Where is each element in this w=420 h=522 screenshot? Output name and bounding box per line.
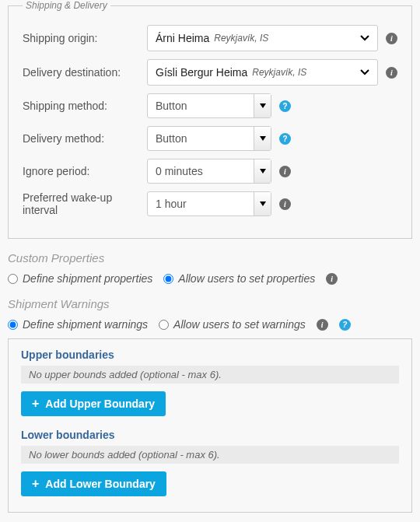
add-upper-boundary-button[interactable]: + Add Upper Boundary: [21, 391, 166, 416]
chevron-down-icon: [254, 94, 271, 117]
ignore-period-label: Ignore period:: [23, 165, 147, 177]
delivery-method-select[interactable]: Button: [147, 126, 271, 151]
shipping-method-label: Shipping method:: [23, 100, 147, 112]
shipment-warnings-title: Shipment Warnings: [8, 297, 412, 310]
delivery-method-row: Delivery method: Button ?: [23, 126, 397, 151]
wakeup-value: 1 hour: [156, 198, 187, 210]
ignore-period-value: 0 minutes: [156, 165, 203, 177]
destination-value-sub: Reykjavík, IS: [252, 67, 306, 78]
upper-boundaries-note: No upper bounds added (optional - max 6)…: [21, 366, 399, 384]
define-warnings-radio[interactable]: Define shipment warnings: [8, 318, 148, 331]
svg-marker-2: [260, 169, 266, 173]
define-properties-radio[interactable]: Define shipment properties: [8, 272, 152, 285]
info-icon[interactable]: i: [386, 33, 397, 44]
upper-boundaries-title: Upper boundaries: [21, 349, 399, 361]
shipping-delivery-fieldset: Shipping & Delivery Shipping origin: Árn…: [8, 0, 412, 239]
warnings-panel: Upper boundaries No upper bounds added (…: [8, 338, 412, 513]
shipping-method-value: Button: [156, 100, 187, 112]
wakeup-label: Preferred wake-up interval: [23, 191, 147, 216]
allow-properties-radio[interactable]: Allow users to set properties: [163, 272, 315, 285]
help-icon[interactable]: ?: [339, 319, 351, 331]
info-icon[interactable]: i: [279, 198, 291, 210]
chevron-down-icon: [360, 35, 369, 41]
origin-select[interactable]: Árni Heima Reykjavík, IS: [147, 25, 378, 51]
info-icon[interactable]: i: [279, 166, 291, 177]
ignore-period-select[interactable]: 0 minutes: [147, 159, 271, 184]
destination-label: Delivery destination:: [23, 66, 147, 79]
origin-value-name: Árni Heima: [156, 32, 209, 44]
chevron-down-icon: [254, 159, 271, 183]
origin-value-sub: Reykjavík, IS: [214, 33, 268, 44]
plus-icon: +: [32, 478, 39, 490]
ignore-period-row: Ignore period: 0 minutes i: [23, 159, 397, 184]
chevron-down-icon: [360, 69, 369, 75]
destination-value-name: Gísli Bergur Heima: [156, 66, 247, 79]
lower-boundaries-note: No lower bounds added (optional - max 6)…: [21, 446, 399, 464]
destination-row: Delivery destination: Gísli Bergur Heima…: [23, 59, 397, 86]
origin-label: Shipping origin:: [23, 32, 147, 44]
wakeup-row: Preferred wake-up interval 1 hour i: [23, 191, 397, 216]
info-icon[interactable]: i: [386, 67, 397, 79]
custom-properties-title: Custom Properties: [8, 251, 412, 265]
origin-row: Shipping origin: Árni Heima Reykjavík, I…: [23, 25, 397, 51]
shipping-method-row: Shipping method: Button ?: [23, 93, 397, 118]
help-icon[interactable]: ?: [279, 100, 291, 112]
allow-warnings-radio[interactable]: Allow users to set warnings: [159, 318, 306, 331]
delivery-method-value: Button: [156, 132, 187, 145]
info-icon[interactable]: i: [317, 319, 328, 331]
add-lower-boundary-button[interactable]: + Add Lower Boundary: [21, 471, 166, 496]
help-icon[interactable]: ?: [279, 133, 291, 145]
custom-properties-options: Define shipment properties Allow users t…: [8, 272, 412, 285]
chevron-down-icon: [254, 127, 271, 150]
destination-select[interactable]: Gísli Bergur Heima Reykjavík, IS: [147, 59, 378, 86]
shipment-warnings-options: Define shipment warnings Allow users to …: [8, 318, 412, 331]
plus-icon: +: [32, 398, 39, 410]
svg-marker-1: [260, 136, 266, 141]
lower-boundaries-title: Lower boundaries: [21, 429, 399, 441]
shipping-method-select[interactable]: Button: [147, 93, 271, 118]
wakeup-select[interactable]: 1 hour: [147, 191, 271, 216]
svg-marker-3: [260, 201, 266, 206]
info-icon[interactable]: i: [326, 273, 338, 285]
fieldset-legend: Shipping & Delivery: [23, 0, 110, 11]
chevron-down-icon: [254, 192, 271, 215]
delivery-method-label: Delivery method:: [23, 132, 147, 145]
svg-marker-0: [260, 103, 266, 108]
